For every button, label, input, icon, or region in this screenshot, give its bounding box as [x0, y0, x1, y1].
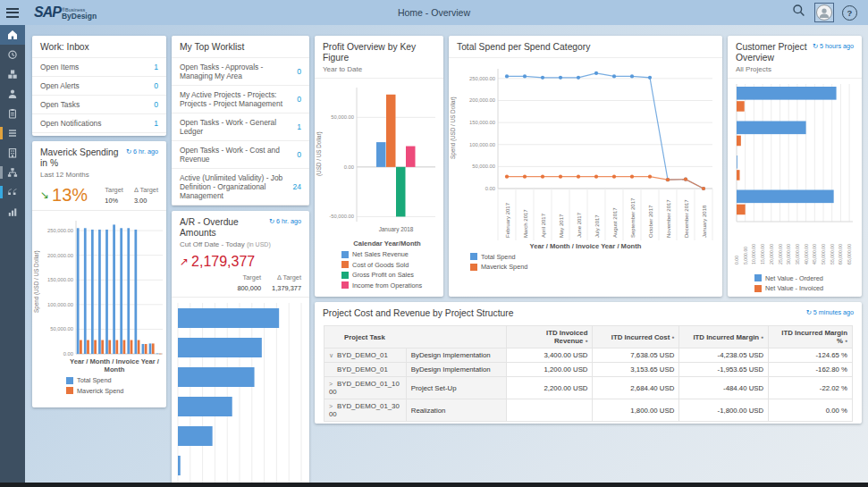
count-link[interactable]: 1 — [154, 63, 158, 71]
expand-icon[interactable]: > — [329, 381, 337, 387]
target-block: TargetΔ Target 10%3.00 — [105, 186, 158, 205]
refresh-label[interactable]: ↻ 5 minutes ago — [806, 308, 854, 316]
my-top-worklist-card: My Top Worklist Open Tasks - Approvals -… — [172, 36, 309, 206]
svg-text:200,000.00: 200,000.00 — [47, 253, 73, 258]
count-link[interactable]: 1 — [297, 122, 301, 131]
card-title: Work: Inbox — [40, 42, 89, 53]
project-cost-revenue-card: Project Cost and Revenue by Project Stru… — [315, 302, 862, 424]
card-title: Customer Project Overview — [736, 42, 809, 63]
col-itd-invoiced-revenue[interactable]: ITD Invoiced Revenue● — [506, 326, 593, 348]
col-project-task[interactable]: Project Task — [324, 326, 507, 348]
history-clock-icon — [7, 49, 18, 60]
sidebar-item-company[interactable] — [0, 143, 25, 163]
refresh-icon: ↻ — [813, 42, 818, 50]
svg-text:30,000.00: 30,000.00 — [786, 244, 791, 264]
target-block: TargetΔ Target 800,0001,379,377 — [237, 273, 301, 292]
total-spend-chart: 0.0050,000.00100,000.00150,000.00200,000… — [459, 62, 720, 242]
worklist-item[interactable]: Active (Unlimited Validity) - Job Defini… — [172, 168, 309, 205]
inbox-row-open-notifications[interactable]: Open Notifications1 — [32, 113, 166, 132]
svg-text:55,000.00: 55,000.00 — [830, 244, 835, 264]
maverick-kpi: ↘13% — [40, 186, 88, 204]
count-link[interactable]: 0 — [154, 100, 158, 109]
boxes-icon — [7, 69, 18, 80]
count-link[interactable]: 1 — [154, 119, 158, 128]
count-link[interactable]: 0 — [297, 67, 301, 76]
sidebar-item-home[interactable] — [0, 25, 25, 45]
svg-text:January 2018: January 2018 — [702, 205, 707, 238]
y-axis-label: Spend (USD / US Dollar) — [449, 65, 459, 190]
svg-text:10,000.00: 10,000.00 — [751, 244, 756, 264]
help-icon[interactable]: ? — [842, 5, 857, 21]
worklist-item[interactable]: Open Tasks - Work - General Ledger1 — [172, 113, 309, 140]
sidebar-item-tasks[interactable] — [0, 104, 25, 123]
customer-project-chart: 0.005,000.0010,000.0015,000.0020,000.002… — [731, 82, 858, 268]
svg-text:July 2017: July 2017 — [594, 214, 600, 238]
inbox-row-open-alerts[interactable]: Open Alerts0 — [32, 76, 166, 95]
worklist-item[interactable]: Open Tasks - Work - Cost and Revenue0 — [172, 140, 309, 168]
refresh-label[interactable]: ↻ 6 hr. ago — [269, 217, 301, 225]
table-row[interactable]: ∨BYD_DEMO_01 ByDesign Implementation 3,4… — [324, 348, 853, 363]
card-subtitle: Last 12 Months — [40, 171, 158, 179]
inbox-row-open-clarifications[interactable]: Open Clarifications0 — [32, 132, 166, 136]
table-row[interactable]: BYD_DEMO_01 ByDesign Implementation 1,20… — [324, 363, 853, 377]
sidebar-item-purchasing[interactable] — [0, 64, 25, 84]
sidebar-item-history[interactable] — [0, 45, 25, 64]
count-link[interactable]: 0 — [297, 95, 301, 104]
org-indicator — [0, 166, 3, 179]
chart-legend: Net Value - OrderedNet Value - Invoiced — [754, 274, 862, 293]
expand-icon[interactable]: ∨ — [329, 352, 337, 359]
worklist-item[interactable]: Open Tasks - Approvals - Managing My Are… — [172, 58, 309, 85]
svg-text:60,000.00: 60,000.00 — [838, 244, 843, 264]
refresh-label[interactable]: ↻ 5 hours ago — [813, 42, 854, 50]
count-link[interactable]: 0 — [154, 81, 158, 90]
svg-text:50,000.00: 50,000.00 — [50, 326, 73, 332]
sidebar-item-analytics[interactable] — [0, 202, 25, 222]
worklists-indicator — [0, 127, 3, 139]
col-itd-incurred-margin[interactable]: ITD Incurred Margin● — [679, 326, 769, 348]
svg-text:200,000.00: 200,000.00 — [469, 97, 495, 103]
legend-item: Maverick Spend — [470, 263, 722, 271]
project-table: Project Task ITD Invoiced Revenue● ITD I… — [324, 325, 853, 422]
count-link[interactable]: 24 — [292, 182, 301, 191]
inbox-row-open-items[interactable]: Open Items1 — [32, 58, 166, 76]
list-icon — [7, 128, 18, 139]
worklist-item[interactable]: My Active Projects - Projects: Projects … — [172, 85, 309, 113]
table-header-row: Project Task ITD Invoiced Revenue● ITD I… — [324, 326, 853, 348]
svg-text:0.00: 0.00 — [344, 164, 354, 170]
count-link[interactable]: 0 — [297, 150, 301, 159]
measure-indicator-icon: ● — [761, 334, 763, 340]
top-bar: SAP ®Business ByDesign Home - Overview ? — [0, 0, 868, 25]
expand-icon[interactable]: > — [329, 403, 337, 409]
sidebar-item-org-structure[interactable] — [0, 163, 25, 182]
worklist-item[interactable]: Published Catalogs - Product Catalogs - … — [172, 205, 309, 206]
svg-text:250,000.00: 250,000.00 — [47, 228, 73, 233]
svg-text:15,000.00: 15,000.00 — [760, 244, 765, 264]
search-icon[interactable] — [792, 4, 806, 21]
refresh-label[interactable]: ↻ 6 hr. ago — [126, 147, 158, 155]
col-itd-incurred-margin-pct[interactable]: ITD Incurred Margin %● — [769, 326, 853, 348]
legend-item: Income from Operations — [341, 281, 443, 290]
svg-text:45,000.00: 45,000.00 — [812, 244, 817, 264]
chart-legend: Net Sales RevenueCost of Goods SoldGross… — [341, 250, 443, 290]
chart-legend: Total SpendMaverick Spend — [470, 253, 722, 272]
table-row[interactable]: >BYD_DEMO_01_1000 Project Set-Up 2,200.0… — [324, 377, 853, 399]
page-title: Home - Overview — [0, 7, 868, 18]
sidebar-item-worklists[interactable] — [0, 123, 25, 143]
svg-text:0.00: 0.00 — [734, 256, 739, 264]
navigation-sidebar — [0, 25, 25, 483]
sidebar-item-feed[interactable] — [0, 182, 25, 202]
col-itd-incurred-cost[interactable]: ITD Incurred Cost● — [593, 326, 679, 348]
table-row[interactable]: >BYD_DEMO_01_3000 Realization 1,800.00 U… — [324, 399, 853, 422]
svg-text:25,000.00: 25,000.00 — [778, 244, 783, 264]
user-avatar[interactable] — [814, 3, 834, 22]
svg-text:20,000.00: 20,000.00 — [769, 244, 774, 264]
card-title: Total Spend per Spend Category — [457, 42, 590, 53]
svg-text:150,000.00: 150,000.00 — [469, 120, 495, 125]
sidebar-item-people[interactable] — [0, 84, 25, 104]
people-icon — [7, 88, 18, 99]
inbox-row-open-tasks[interactable]: Open Tasks0 — [32, 95, 166, 113]
svg-text:-50,000.00: -50,000.00 — [329, 214, 354, 219]
avatar-person-icon — [816, 4, 832, 21]
svg-text:0.00: 0.00 — [485, 186, 495, 191]
maverick-spending-card: Maverick Spending in % ↻ 6 hr. ago Last … — [32, 141, 166, 407]
